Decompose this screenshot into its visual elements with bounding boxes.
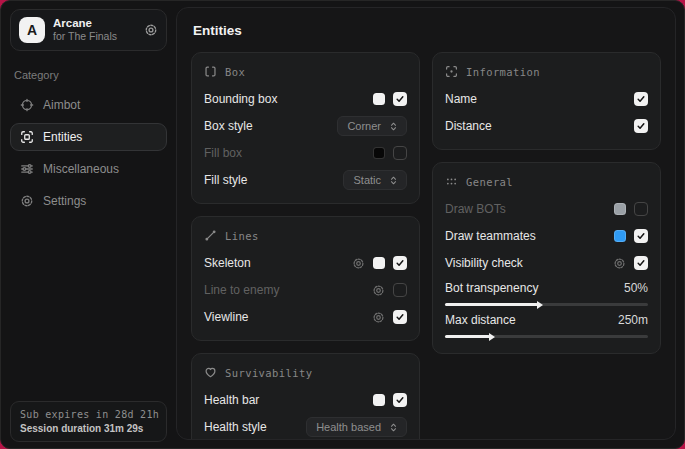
color-swatch[interactable]: [373, 394, 385, 406]
card-header: Box: [204, 65, 407, 78]
card-information: InformationNameDistance: [432, 52, 661, 150]
color-swatch[interactable]: [373, 257, 385, 269]
setting-row-fill-box: Fill box: [204, 142, 407, 164]
checkbox-skeleton[interactable]: [393, 256, 407, 270]
gear-icon[interactable]: [372, 311, 385, 324]
chevrons-updown-icon: [388, 422, 399, 433]
app-window: A Arcane for The Finals Category AimbotE…: [0, 0, 685, 449]
sidebar-nav: AimbotEntitiesMiscellaneousSettings: [10, 91, 167, 215]
select-health-style[interactable]: Health based: [306, 417, 407, 437]
checkbox-draw-teammates[interactable]: [634, 229, 648, 243]
card-title: General: [466, 176, 513, 188]
slider-bot-transpenency: Bot transpenency50%: [445, 279, 648, 306]
setting-label: Draw teammates: [445, 229, 536, 243]
setting-label: Viewline: [204, 310, 248, 324]
select-fill-style[interactable]: Static: [343, 170, 407, 190]
color-swatch[interactable]: [614, 230, 626, 242]
checkbox-name[interactable]: [634, 92, 648, 106]
gear-icon[interactable]: [352, 257, 365, 270]
setting-label: Visibility check: [445, 256, 523, 270]
setting-row-distance: Distance: [445, 115, 648, 137]
session-duration-text: Session duration 31m 29s: [20, 423, 157, 434]
sidebar-item-settings[interactable]: Settings: [10, 187, 167, 215]
card-general: GeneralDraw BOTsDraw teammatesVisibility…: [432, 162, 661, 354]
setting-row-name: Name: [445, 88, 648, 110]
brand-subtitle: for The Finals: [53, 30, 136, 43]
setting-row-viewline: Viewline: [204, 306, 407, 328]
sidebar-item-aimbot[interactable]: Aimbot: [10, 91, 167, 119]
sliders-icon: [20, 162, 34, 176]
checkbox-draw-bots[interactable]: [634, 202, 648, 216]
slider-fill: [445, 303, 538, 306]
setting-label: Draw BOTs: [445, 202, 506, 216]
sidebar-item-entities[interactable]: Entities: [10, 123, 167, 151]
checkbox-viewline[interactable]: [393, 310, 407, 324]
setting-row-box-style: Box styleCorner: [204, 115, 407, 137]
select-value: Health based: [316, 421, 381, 433]
gear-icon[interactable]: [613, 257, 626, 270]
gear-icon: [20, 194, 34, 208]
chevrons-updown-icon: [388, 121, 399, 132]
setting-label: Bounding box: [204, 92, 277, 106]
slider-label: Bot transpenency: [445, 281, 538, 295]
right-column: InformationNameDistanceGeneralDraw BOTsD…: [432, 52, 661, 354]
brand-card: A Arcane for The Finals: [10, 9, 167, 51]
setting-label: Distance: [445, 119, 492, 133]
setting-row-health-style: Health styleHealth based: [204, 416, 407, 438]
sidebar: A Arcane for The Finals Category AimbotE…: [1, 1, 176, 448]
scan-icon: [445, 65, 458, 78]
setting-row-bounding-box: Bounding box: [204, 88, 407, 110]
slider-value: 50%: [624, 281, 648, 295]
setting-row-skeleton: Skeleton: [204, 252, 407, 274]
gear-icon[interactable]: [372, 284, 385, 297]
sub-expiry-text: Sub expires in 28d 21h: [20, 409, 157, 420]
checkbox-distance[interactable]: [634, 119, 648, 133]
slider-thumb[interactable]: [489, 333, 495, 341]
slider-track[interactable]: [445, 303, 648, 306]
sidebar-item-label: Entities: [43, 130, 82, 144]
checkbox-health-bar[interactable]: [393, 393, 407, 407]
slider-thumb[interactable]: [537, 301, 543, 309]
checkbox-visibility-check[interactable]: [634, 256, 648, 270]
checkbox-bounding-box[interactable]: [393, 92, 407, 106]
sidebar-item-label: Settings: [43, 194, 86, 208]
slider-value: 250m: [618, 313, 648, 327]
category-label: Category: [14, 69, 163, 81]
setting-row-draw-bots: Draw BOTs: [445, 198, 648, 220]
setting-label: Name: [445, 92, 477, 106]
card-header: Information: [445, 65, 648, 78]
slider-max-distance: Max distance250m: [445, 311, 648, 338]
box-scan-icon: [20, 130, 34, 144]
card-header: General: [445, 175, 648, 188]
setting-label: Health style: [204, 420, 267, 434]
setting-row-visibility-check: Visibility check: [445, 252, 648, 274]
setting-row-fill-style: Fill styleStatic: [204, 169, 407, 191]
brand-logo: A: [19, 17, 45, 43]
setting-label: Skeleton: [204, 256, 251, 270]
sidebar-item-miscellaneous[interactable]: Miscellaneous: [10, 155, 167, 183]
card-title: Survivability: [225, 367, 312, 379]
setting-label: Fill style: [204, 173, 247, 187]
brand-name: Arcane: [53, 16, 136, 30]
color-swatch[interactable]: [614, 203, 626, 215]
grid-icon: [445, 175, 458, 188]
color-swatch[interactable]: [373, 93, 385, 105]
card-header: Survivability: [204, 366, 407, 379]
card-survivability: SurvivabilityHealth barHealth styleHealt…: [191, 353, 420, 440]
sidebar-item-label: Aimbot: [43, 98, 80, 112]
sync-icon[interactable]: [144, 23, 158, 37]
sidebar-item-label: Miscellaneous: [43, 162, 119, 176]
card-box: BoxBounding boxBox styleCornerFill boxFi…: [191, 52, 420, 204]
select-box-style[interactable]: Corner: [337, 116, 407, 136]
checkbox-fill-box[interactable]: [393, 146, 407, 160]
checkbox-line-to-enemy[interactable]: [393, 283, 407, 297]
color-swatch[interactable]: [373, 147, 385, 159]
slider-track[interactable]: [445, 335, 648, 338]
brackets-icon: [204, 65, 217, 78]
left-column: BoxBounding boxBox styleCornerFill boxFi…: [191, 52, 420, 440]
select-value: Static: [353, 174, 381, 186]
setting-label: Fill box: [204, 146, 242, 160]
slider-label: Max distance: [445, 313, 516, 327]
card-title: Box: [225, 66, 245, 78]
main-panel: Entities BoxBounding boxBox styleCornerF…: [176, 7, 676, 440]
